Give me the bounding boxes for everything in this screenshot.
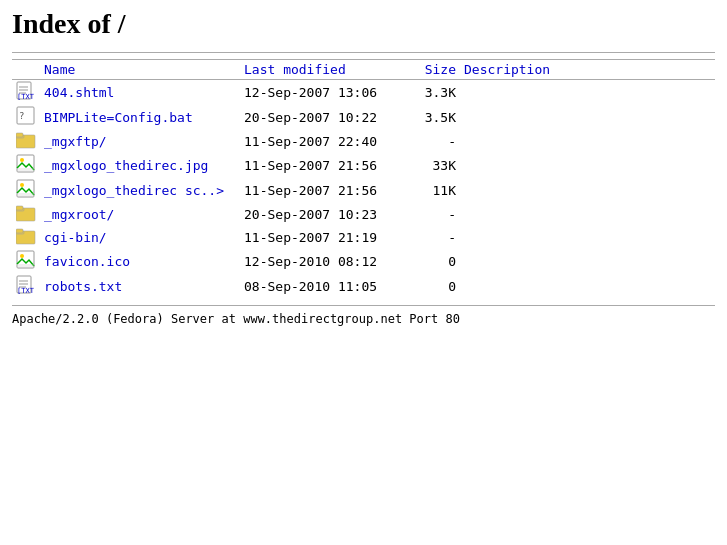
svg-text:?: ?: [19, 111, 24, 121]
file-link[interactable]: robots.txt: [44, 279, 122, 294]
file-date: 11-Sep-2007 22:40: [240, 130, 410, 153]
file-name[interactable]: favicon.ico: [40, 249, 240, 274]
table-row: favicon.ico12-Sep-2010 08:120: [12, 249, 715, 274]
sort-by-desc[interactable]: Description: [464, 62, 550, 77]
page-title: Index of /: [12, 8, 715, 40]
server-footer: Apache/2.2.0 (Fedora) Server at www.thed…: [12, 312, 715, 326]
table-row: cgi-bin/11-Sep-2007 21:19-: [12, 226, 715, 249]
file-description: [460, 105, 715, 130]
file-description: [460, 178, 715, 203]
file-description: [460, 226, 715, 249]
file-link[interactable]: 404.shtml: [44, 85, 114, 100]
file-size: 33K: [410, 153, 460, 178]
header-icon-col: [12, 60, 40, 80]
file-size: -: [410, 203, 460, 226]
svg-text:[TXT]: [TXT]: [17, 287, 34, 295]
file-name[interactable]: robots.txt: [40, 274, 240, 299]
file-link[interactable]: cgi-bin/: [44, 230, 107, 245]
file-description: [460, 130, 715, 153]
file-size: 11K: [410, 178, 460, 203]
sort-by-size[interactable]: Size: [425, 62, 456, 77]
file-icon: [12, 153, 40, 178]
file-date: 12-Sep-2007 13:06: [240, 80, 410, 106]
file-link[interactable]: _mgxftp/: [44, 134, 107, 149]
file-link[interactable]: _mgxroot/: [44, 207, 114, 222]
header-name-col[interactable]: Name: [40, 60, 240, 80]
table-row: _mgxlogo_thedirec sc..>11-Sep-2007 21:56…: [12, 178, 715, 203]
svg-point-11: [20, 158, 24, 162]
file-date: 11-Sep-2007 21:19: [240, 226, 410, 249]
file-name[interactable]: BIMPLite=Config.bat: [40, 105, 240, 130]
file-size: 0: [410, 274, 460, 299]
file-size: -: [410, 226, 460, 249]
file-name[interactable]: _mgxftp/: [40, 130, 240, 153]
file-size: 0: [410, 249, 460, 274]
sort-by-date[interactable]: Last modified: [244, 62, 346, 77]
file-icon: [TXT]: [12, 80, 40, 106]
file-name[interactable]: _mgxlogo_thedirec sc..>: [40, 178, 240, 203]
file-icon: [12, 226, 40, 249]
file-name[interactable]: cgi-bin/: [40, 226, 240, 249]
svg-point-14: [20, 183, 24, 187]
file-icon: [12, 130, 40, 153]
file-icon: [12, 178, 40, 203]
file-description: [460, 203, 715, 226]
file-date: 20-Sep-2007 10:22: [240, 105, 410, 130]
header-date-col[interactable]: Last modified: [240, 60, 410, 80]
table-row: _mgxlogo_thedirec.jpg11-Sep-2007 21:5633…: [12, 153, 715, 178]
file-description: [460, 153, 715, 178]
file-date: 11-Sep-2007 21:56: [240, 178, 410, 203]
file-description: [460, 80, 715, 106]
table-row: _mgxftp/11-Sep-2007 22:40-: [12, 130, 715, 153]
file-date: 11-Sep-2007 21:56: [240, 153, 410, 178]
svg-rect-9: [16, 133, 23, 137]
header-size-col[interactable]: Size: [410, 60, 460, 80]
file-name[interactable]: _mgxroot/: [40, 203, 240, 226]
table-row: ? BIMPLite=Config.bat20-Sep-2007 10:223.…: [12, 105, 715, 130]
file-link[interactable]: favicon.ico: [44, 254, 130, 269]
file-link[interactable]: _mgxlogo_thedirec.jpg: [44, 158, 208, 173]
file-size: -: [410, 130, 460, 153]
file-size: 3.5K: [410, 105, 460, 130]
svg-rect-12: [17, 168, 34, 172]
table-row: _mgxroot/20-Sep-2007 10:23-: [12, 203, 715, 226]
svg-point-23: [20, 254, 24, 258]
svg-rect-24: [17, 264, 34, 268]
file-name[interactable]: 404.shtml: [40, 80, 240, 106]
file-name[interactable]: _mgxlogo_thedirec.jpg: [40, 153, 240, 178]
header-desc-col[interactable]: Description: [460, 60, 715, 80]
file-icon: [12, 249, 40, 274]
file-date: 20-Sep-2007 10:23: [240, 203, 410, 226]
file-icon: [12, 203, 40, 226]
file-icon: ?: [12, 105, 40, 130]
file-size: 3.3K: [410, 80, 460, 106]
file-link[interactable]: _mgxlogo_thedirec sc..>: [44, 183, 224, 198]
file-date: 12-Sep-2010 08:12: [240, 249, 410, 274]
table-header: Name Last modified Size Description: [12, 60, 715, 80]
svg-rect-15: [17, 193, 34, 197]
svg-rect-18: [16, 206, 23, 210]
table-row: [TXT] robots.txt08-Sep-2010 11:050: [12, 274, 715, 299]
file-description: [460, 249, 715, 274]
table-row: [TXT] 404.shtml12-Sep-2007 13:063.3K: [12, 80, 715, 106]
file-date: 08-Sep-2010 11:05: [240, 274, 410, 299]
svg-text:[TXT]: [TXT]: [17, 93, 34, 101]
sort-by-name[interactable]: Name: [44, 62, 75, 77]
file-description: [460, 274, 715, 299]
svg-rect-21: [16, 229, 23, 233]
file-icon: [TXT]: [12, 274, 40, 299]
file-link[interactable]: BIMPLite=Config.bat: [44, 110, 193, 125]
